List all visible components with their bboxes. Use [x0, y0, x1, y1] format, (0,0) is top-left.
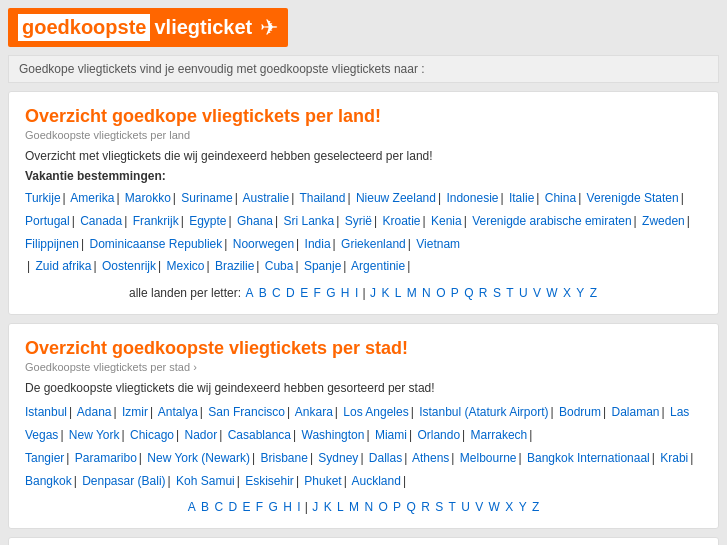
link-brisbane[interactable]: Brisbane [261, 451, 308, 465]
link-noorwegen[interactable]: Noorwegen [233, 237, 294, 251]
link-portugal[interactable]: Portugal [25, 214, 70, 228]
link-adana[interactable]: Adana [77, 405, 112, 419]
link-tangier[interactable]: Tangier [25, 451, 64, 465]
link-italie[interactable]: Italie [509, 191, 534, 205]
link-denpasar[interactable]: Denpasar (Bali) [82, 474, 165, 488]
alpha2-s[interactable]: S [435, 500, 443, 514]
link-vietnam[interactable]: Vietnam [416, 237, 460, 251]
link-los-angeles[interactable]: Los Angeles [343, 405, 408, 419]
alpha2-u[interactable]: U [461, 500, 470, 514]
link-paramaribo[interactable]: Paramaribo [75, 451, 137, 465]
link-indonesie[interactable]: Indonesie [446, 191, 498, 205]
alpha2-q[interactable]: Q [406, 500, 415, 514]
alpha-h[interactable]: H [341, 286, 350, 300]
link-izmir[interactable]: Izmir [122, 405, 148, 419]
link-australie[interactable]: Australie [242, 191, 289, 205]
link-dallas[interactable]: Dallas [369, 451, 402, 465]
link-argentinie[interactable]: Argentinie [351, 259, 405, 273]
link-canada[interactable]: Canada [80, 214, 122, 228]
link-dominicaanse[interactable]: Dominicaanse Republiek [90, 237, 223, 251]
alpha-u[interactable]: U [519, 286, 528, 300]
alpha-g[interactable]: G [326, 286, 335, 300]
link-bangkok-internationaal[interactable]: Bangkok Internationaal [527, 451, 650, 465]
alpha-p[interactable]: P [451, 286, 459, 300]
alpha-v[interactable]: V [533, 286, 541, 300]
alpha2-v[interactable]: V [475, 500, 483, 514]
link-syrie[interactable]: Syrië [345, 214, 372, 228]
alpha2-f[interactable]: F [256, 500, 263, 514]
link-auckland[interactable]: Auckland [352, 474, 401, 488]
alpha2-x[interactable]: X [505, 500, 513, 514]
link-ankara[interactable]: Ankara [295, 405, 333, 419]
alpha-z[interactable]: Z [590, 286, 597, 300]
alpha-j[interactable]: J [370, 286, 376, 300]
link-egypte[interactable]: Egypte [189, 214, 226, 228]
alpha2-i[interactable]: I [297, 500, 300, 514]
alpha-s[interactable]: S [493, 286, 501, 300]
link-turkije[interactable]: Turkije [25, 191, 61, 205]
alpha2-n[interactable]: N [364, 500, 373, 514]
alpha-y[interactable]: Y [576, 286, 584, 300]
link-frankrijk[interactable]: Frankrijk [133, 214, 179, 228]
link-marrakech[interactable]: Marrakech [471, 428, 528, 442]
alpha2-z[interactable]: Z [532, 500, 539, 514]
alpha-r[interactable]: R [479, 286, 488, 300]
alpha2-j[interactable]: J [312, 500, 318, 514]
link-kenia[interactable]: Kenia [431, 214, 462, 228]
link-suriname[interactable]: Suriname [181, 191, 232, 205]
alpha2-k[interactable]: K [324, 500, 332, 514]
link-india[interactable]: India [305, 237, 331, 251]
link-istanbul[interactable]: Istanbul [25, 405, 67, 419]
alpha2-b[interactable]: B [201, 500, 209, 514]
alpha2-a[interactable]: A [188, 500, 196, 514]
alpha2-g[interactable]: G [268, 500, 277, 514]
alpha-t[interactable]: T [506, 286, 513, 300]
link-orlando[interactable]: Orlando [417, 428, 460, 442]
alpha2-t[interactable]: T [449, 500, 456, 514]
link-bangkok[interactable]: Bangkok [25, 474, 72, 488]
link-nieuw-zeeland[interactable]: Nieuw Zeeland [356, 191, 436, 205]
alpha-o[interactable]: O [436, 286, 445, 300]
alpha-n[interactable]: N [422, 286, 431, 300]
link-antalya[interactable]: Antalya [158, 405, 198, 419]
alpha2-o[interactable]: O [378, 500, 387, 514]
alpha-d[interactable]: D [286, 286, 295, 300]
link-dalaman[interactable]: Dalaman [612, 405, 660, 419]
link-eskisehir[interactable]: Eskisehir [245, 474, 294, 488]
alpha-m[interactable]: M [407, 286, 417, 300]
link-koh-samui[interactable]: Koh Samui [176, 474, 235, 488]
link-new-york[interactable]: New York [69, 428, 120, 442]
link-ghana[interactable]: Ghana [237, 214, 273, 228]
alpha2-p[interactable]: P [393, 500, 401, 514]
alpha-x[interactable]: X [563, 286, 571, 300]
alpha-e[interactable]: E [300, 286, 308, 300]
alpha-w[interactable]: W [546, 286, 557, 300]
alpha-c[interactable]: C [272, 286, 281, 300]
alpha2-c[interactable]: C [214, 500, 223, 514]
alpha-b[interactable]: B [259, 286, 267, 300]
alpha2-d[interactable]: D [228, 500, 237, 514]
link-mexico[interactable]: Mexico [166, 259, 204, 273]
link-brazilie[interactable]: Brazilie [215, 259, 254, 273]
alpha-q[interactable]: Q [464, 286, 473, 300]
alpha2-r[interactable]: R [421, 500, 430, 514]
link-sydney[interactable]: Sydney [318, 451, 358, 465]
link-new-york-newark[interactable]: New York (Newark) [147, 451, 250, 465]
link-cuba[interactable]: Cuba [265, 259, 294, 273]
link-spanje[interactable]: Spanje [304, 259, 341, 273]
link-kroatie[interactable]: Kroatie [382, 214, 420, 228]
link-san-francisco[interactable]: San Francisco [208, 405, 285, 419]
link-washington[interactable]: Washington [302, 428, 365, 442]
link-zuid-afrika[interactable]: Zuid afrika [35, 259, 91, 273]
link-vae[interactable]: Verenigde arabische emiraten [472, 214, 631, 228]
link-melbourne[interactable]: Melbourne [460, 451, 517, 465]
link-sri-lanka[interactable]: Sri Lanka [284, 214, 335, 228]
link-istanbul-ataturk[interactable]: Istanbul (Ataturk Airport) [419, 405, 548, 419]
alpha2-l[interactable]: L [337, 500, 344, 514]
link-oostenrijk[interactable]: Oostenrijk [102, 259, 156, 273]
alpha2-e[interactable]: E [242, 500, 250, 514]
alpha-f[interactable]: F [313, 286, 320, 300]
alpha-a[interactable]: A [245, 286, 253, 300]
alpha2-w[interactable]: W [489, 500, 500, 514]
link-amerika[interactable]: Amerika [70, 191, 114, 205]
